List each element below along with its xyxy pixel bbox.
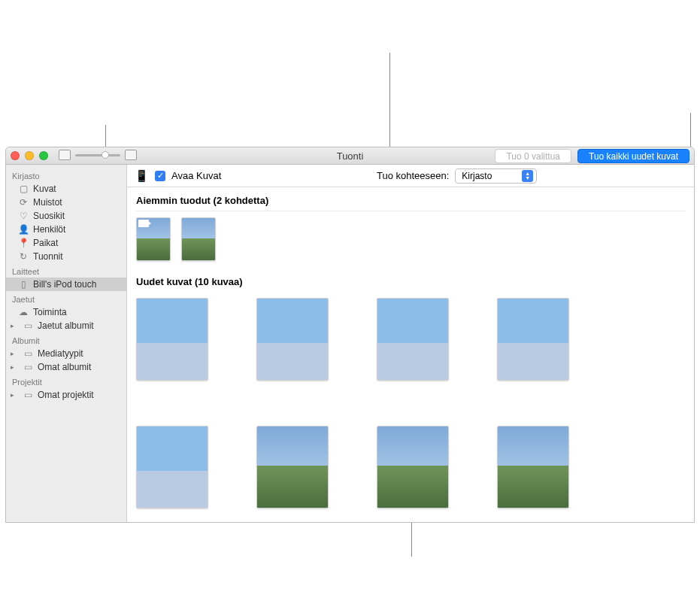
sidebar-item-suosikit[interactable]: ♡Suosikit — [6, 209, 126, 223]
zoom-button[interactable] — [39, 151, 48, 160]
folder-icon: ▭ — [23, 390, 33, 400]
sidebar-item-paikat[interactable]: 📍Paikat — [6, 236, 126, 250]
photo-thumbnail[interactable] — [497, 298, 569, 381]
sidebar-item-label: Paikat — [33, 238, 58, 248]
photo-thumbnail[interactable] — [136, 217, 171, 261]
cloud-icon: ☁ — [18, 307, 29, 317]
folder-icon: ▭ — [23, 348, 33, 359]
sidebar-item-bill-s-ipod-touch[interactable]: ▯Bill's iPod touch — [6, 278, 126, 291]
titlebar: Tuonti Tuo 0 valittua Tuo kaikki uudet k… — [6, 147, 694, 165]
sidebar-item-omat-projektit[interactable]: ▸▭Omat projektit — [6, 388, 126, 402]
sidebar-item-label: Tuonnit — [33, 251, 63, 262]
import-selected-button[interactable]: Tuo 0 valittua — [495, 149, 571, 163]
photo-thumbnail[interactable] — [136, 426, 208, 508]
photo-thumbnail[interactable] — [377, 426, 449, 508]
pin-icon: 📍 — [18, 238, 29, 248]
sidebar-item-tuonnit[interactable]: ↻Tuonnit — [6, 250, 126, 263]
traffic-lights — [11, 151, 48, 160]
sidebar-item-label: Bill's iPod touch — [33, 279, 96, 290]
open-photos-label: Avaa Kuvat — [171, 170, 221, 181]
import-to-label: Tuo kohteeseen: — [377, 170, 449, 181]
thumbnail-large-icon[interactable] — [125, 150, 137, 160]
sidebar-header: Projektit — [6, 374, 126, 388]
disclosure-triangle-icon[interactable]: ▸ — [11, 363, 18, 371]
disclosure-triangle-icon[interactable]: ▸ — [11, 391, 18, 399]
sidebar-item-kuvat[interactable]: ▢Kuvat — [6, 182, 126, 196]
clock-arrow-icon: ↻ — [18, 251, 29, 262]
sidebar-item-label: Toiminta — [33, 307, 67, 317]
sidebar-item-mediatyypit[interactable]: ▸▭Mediatyypit — [6, 347, 126, 360]
scroll-area[interactable]: Aiemmin tuodut (2 kohdetta) Uudet kuvat … — [127, 187, 694, 522]
photo-thumbnail[interactable] — [181, 217, 216, 261]
sidebar-header: Jaetut — [6, 291, 126, 305]
import-to-select[interactable]: Kirjasto ▲▼ — [455, 168, 537, 184]
already-imported-grid — [136, 217, 685, 261]
close-button[interactable] — [11, 151, 20, 160]
disclosure-triangle-icon[interactable]: ▸ — [11, 350, 18, 357]
video-badge-icon — [138, 220, 149, 227]
photo-thumbnail[interactable] — [136, 298, 208, 381]
open-photos-checkbox[interactable]: ✓ — [155, 171, 165, 181]
sidebar-item-toiminta[interactable]: ☁Toiminta — [6, 305, 126, 319]
sidebar-item-muistot[interactable]: ⟳Muistot — [6, 196, 126, 209]
photo-thumbnail[interactable] — [497, 426, 569, 508]
sidebar-header: Kirjasto — [6, 168, 126, 182]
sidebar-item-label: Omat projektit — [38, 390, 94, 400]
new-photos-grid — [136, 298, 685, 522]
sidebar-item-label: Mediatyypit — [38, 348, 83, 359]
device-icon: 📱 — [135, 169, 149, 183]
import-to-value: Kirjasto — [462, 171, 492, 181]
folder-icon: ▭ — [23, 320, 33, 331]
heart-icon: ♡ — [18, 211, 29, 221]
minimize-button[interactable] — [25, 151, 34, 160]
photo-thumbnail[interactable] — [256, 426, 329, 508]
sidebar-item-label: Henkilöt — [33, 224, 65, 235]
photo-thumbnail[interactable] — [377, 298, 449, 381]
select-stepper-icon: ▲▼ — [522, 170, 533, 182]
sidebar-item-label: Jaetut albumit — [38, 320, 94, 331]
sidebar-item-label: Suosikit — [33, 211, 65, 221]
new-photos-header: Uudet kuvat (10 kuvaa) — [136, 275, 685, 292]
app-window: Tuonti Tuo 0 valittua Tuo kaikki uudet k… — [5, 147, 695, 523]
sidebar-item-jaetut-albumit[interactable]: ▸▭Jaetut albumit — [6, 319, 126, 332]
person-icon: 👤 — [18, 224, 29, 235]
photo-thumbnail[interactable] — [256, 298, 329, 381]
clock-icon: ⟳ — [18, 197, 29, 208]
sidebar-item-label: Kuvat — [33, 184, 56, 194]
content-area: 📱 ✓ Avaa Kuvat Tuo kohteeseen: Kirjasto … — [127, 165, 694, 522]
device-icon: ▯ — [18, 279, 29, 290]
thumbnail-small-icon[interactable] — [59, 150, 71, 160]
folder-icon: ▭ — [23, 362, 33, 372]
sidebar-item-henkil-t[interactable]: 👤Henkilöt — [6, 223, 126, 236]
zoom-slider-thumb[interactable] — [102, 151, 109, 159]
zoom-slider[interactable] — [75, 154, 120, 156]
sidebar-item-label: Muistot — [33, 197, 62, 208]
import-control-bar: 📱 ✓ Avaa Kuvat Tuo kohteeseen: Kirjasto … — [127, 165, 694, 187]
already-imported-header: Aiemmin tuodut (2 kohdetta) — [136, 193, 685, 211]
sidebar-header: Laitteet — [6, 263, 126, 278]
sidebar: Kirjasto▢Kuvat⟳Muistot♡Suosikit👤Henkilöt… — [6, 165, 127, 522]
disclosure-triangle-icon[interactable]: ▸ — [11, 322, 18, 329]
sidebar-header: Albumit — [6, 332, 126, 347]
sidebar-item-omat-albumit[interactable]: ▸▭Omat albumit — [6, 360, 126, 374]
sidebar-item-label: Omat albumit — [38, 362, 91, 372]
import-all-button[interactable]: Tuo kaikki uudet kuvat — [577, 149, 689, 163]
photos-icon: ▢ — [18, 184, 29, 194]
